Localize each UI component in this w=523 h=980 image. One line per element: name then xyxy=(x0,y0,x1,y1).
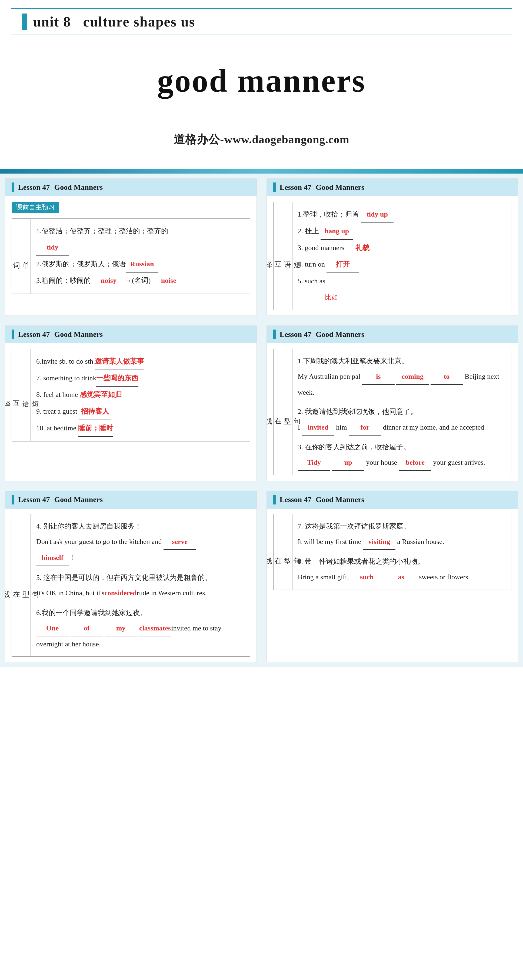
sentence-7: 7. 这将是我第一次拜访俄罗斯家庭。 It will be my first t… xyxy=(298,519,506,550)
lesson-card-6: Lesson 47 Good Manners 句 型 在 线 7. 这将是我第一… xyxy=(267,491,518,662)
sentence3-grid: 句 型 在 线 7. 这将是我第一次拜访俄罗斯家庭。 It will be my… xyxy=(273,514,512,590)
sentence-4: 4. 别让你的客人去厨房自我服务！ Don't ask your guest t… xyxy=(36,519,244,566)
lesson-card-5: Lesson 47 Good Manners 句 型 在 线 4. 别让你的客人… xyxy=(5,491,257,662)
phrase2-item-8: 8. feel at home 感觉宾至如归 xyxy=(36,387,244,403)
phrase2-item-9: 9. treat a guest 招待客人 xyxy=(36,403,244,420)
phrase-item-3: 3. good manners 礼貌 xyxy=(298,240,506,256)
lesson-card-2: Lesson 47 Good Manners 短 语 互 译 1.整理，收拾；归… xyxy=(267,178,518,316)
lesson-body-5: 句 型 在 线 4. 别让你的客人去厨房自我服务！ Don't ask your… xyxy=(5,509,256,662)
lesson-body-6: 句 型 在 线 7. 这将是我第一次拜访俄罗斯家庭。 It will be my… xyxy=(267,509,518,600)
header-accent xyxy=(22,14,27,30)
lesson-header-3: Lesson 47 Good Manners xyxy=(5,326,256,343)
lesson-card-3: Lesson 47 Good Manners 短 语 互 译 6.invite … xyxy=(5,326,257,481)
phrase2-grid: 短 语 互 译 6.invite sb. to do sth.邀请某人做某事 7… xyxy=(12,349,250,441)
page-header: unit 8 culture shapes us xyxy=(11,8,512,35)
phrase2-item-6: 6.invite sb. to do sth.邀请某人做某事 xyxy=(36,353,244,370)
lesson-grid: Lesson 47 Good Manners 课前自主预习 单 词 1.使整洁；… xyxy=(0,173,523,667)
sentence-6: 6.我的一个同学邀请我到她家过夜。 One of my classmatesin… xyxy=(36,605,244,652)
phrase-content: 1.整理，收拾；归置 tidy up 2. 挂上 hang up 3. good… xyxy=(292,202,512,310)
sentence1-grid: 句 型 在 线 1.下周我的澳大利亚笔友要来北京。 My Australian … xyxy=(273,349,512,475)
header-title: unit 8 culture shapes us xyxy=(33,14,195,30)
phrase-item-2: 2. 挂上 hang up xyxy=(298,223,506,240)
lesson-card-1: Lesson 47 Good Manners 课前自主预习 单 词 1.使整洁；… xyxy=(5,178,257,316)
phrase2-item-10: 10. at bedtime 睡前；睡时 xyxy=(36,420,244,437)
phrase-item-4: 4. turn on 打开 xyxy=(298,256,506,273)
phrase-item-1: 1.整理，收拾；归置 tidy up xyxy=(298,206,506,223)
vocab-item-3: 3.喧闹的；吵闹的 noisy→(名词) noise xyxy=(36,272,244,289)
lesson-body-2: 短 语 互 译 1.整理，收拾；归置 tidy up 2. 挂上 hang up… xyxy=(267,196,518,315)
sentence-5: 5. 这在中国是可以的，但在西方文化里被认为是粗鲁的。 It's OK in C… xyxy=(36,570,244,601)
sentence-2: 2. 我邀请他到我家吃晚饭，他同意了。 I invited him for di… xyxy=(298,404,506,435)
phrase-grid: 短 语 互 译 1.整理，收拾；归置 tidy up 2. 挂上 hang up… xyxy=(273,202,512,310)
sentence3-content: 7. 这将是我第一次拜访俄罗斯家庭。 It will be my first t… xyxy=(292,514,512,590)
lesson-card-4: Lesson 47 Good Manners 句 型 在 线 1.下周我的澳大利… xyxy=(267,326,518,481)
phrase-side-label: 短 语 互 译 xyxy=(273,202,292,310)
lesson-body-3: 短 语 互 译 6.invite sb. to do sth.邀请某人做某事 7… xyxy=(5,343,256,447)
lesson-header-1: Lesson 47 Good Manners xyxy=(5,179,256,196)
sentence2-content: 4. 别让你的客人去厨房自我服务！ Don't ask your guest t… xyxy=(30,514,250,657)
phrase2-content: 6.invite sb. to do sth.邀请某人做某事 7. someth… xyxy=(30,349,250,441)
phrase-item-5: 5. such as 比如 xyxy=(298,273,506,305)
sentence-1: 1.下周我的澳大利亚笔友要来北京。 My Australian pen pal … xyxy=(298,353,506,400)
sentence1-side: 句 型 在 线 xyxy=(273,349,292,475)
lesson-body-4: 句 型 在 线 1.下周我的澳大利亚笔友要来北京。 My Australian … xyxy=(267,343,518,480)
sentence-8: 8. 带一件诸如糖果或者花之类的小礼物。 Bring a small gift,… xyxy=(298,554,506,585)
phrase2-side-label: 短 语 互 译 xyxy=(12,349,30,441)
lesson-header-4: Lesson 47 Good Manners xyxy=(267,326,518,343)
blue-divider xyxy=(0,169,523,173)
vocab-content: 1.使整洁；使整齐；整理；整洁的；整齐的 tidy 2.俄罗斯的；俄罗斯人；俄语… xyxy=(30,218,250,294)
lesson-header-6: Lesson 47 Good Manners xyxy=(267,491,518,509)
sentence3-side: 句 型 在 线 xyxy=(273,514,292,590)
sentence2-grid: 句 型 在 线 4. 别让你的客人去厨房自我服务！ Don't ask your… xyxy=(12,514,250,657)
section-tag: 课前自主预习 xyxy=(12,202,59,213)
sentence-3: 3. 在你的客人到达之前，收拾屋子。 Tidy up your house be… xyxy=(298,439,506,471)
phrase2-item-7: 7. something to drink一些喝的东西 xyxy=(36,370,244,387)
main-title: good manners xyxy=(0,62,523,100)
vocab-side-label: 单 词 xyxy=(12,218,30,294)
vocab-item-2: 2.俄罗斯的；俄罗斯人；俄语Russian xyxy=(36,256,244,273)
main-title-area: good manners xyxy=(0,35,523,116)
vocab-item-1: 1.使整洁；使整齐；整理；整洁的；整齐的 tidy xyxy=(36,223,244,256)
lesson-body-1: 课前自主预习 单 词 1.使整洁；使整齐；整理；整洁的；整齐的 tidy 2.俄… xyxy=(5,196,256,299)
lesson-header-2: Lesson 47 Good Manners xyxy=(267,179,518,196)
sentence1-content: 1.下周我的澳大利亚笔友要来北京。 My Australian pen pal … xyxy=(292,349,512,475)
watermark: 道格办公-www.daogebangong.com xyxy=(0,116,523,169)
lesson-header-5: Lesson 47 Good Manners xyxy=(5,491,256,509)
sentence2-side: 句 型 在 线 xyxy=(12,514,30,657)
vocab-grid: 单 词 1.使整洁；使整齐；整理；整洁的；整齐的 tidy 2.俄罗斯的；俄罗斯… xyxy=(12,218,250,294)
